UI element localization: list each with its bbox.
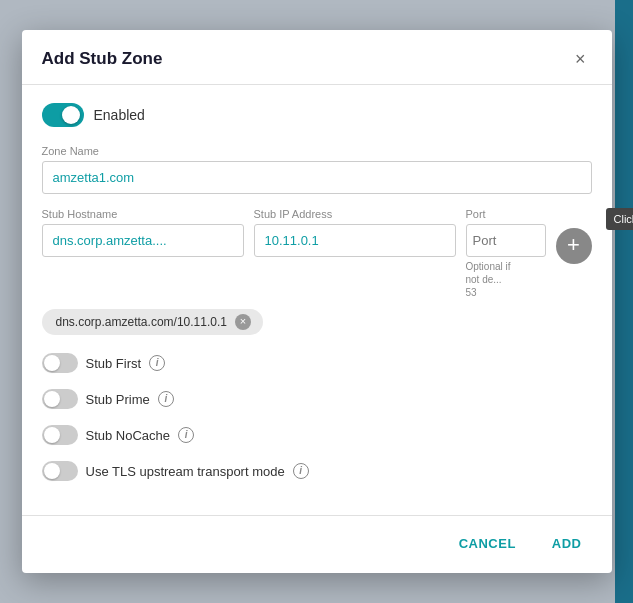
enabled-toggle[interactable]: [42, 103, 84, 127]
tag-remove-icon: ×: [240, 316, 246, 327]
add-stub-zone-dialog: Add Stub Zone × Enabled Zone Name Stub H…: [22, 30, 612, 573]
zone-name-field: Zone Name: [42, 145, 592, 194]
stub-nocache-info-icon[interactable]: i: [178, 427, 194, 443]
stub-first-info-icon[interactable]: i: [149, 355, 165, 371]
port-input[interactable]: [466, 224, 546, 257]
stub-ip-field: Stub IP Address: [254, 208, 456, 257]
stub-nocache-toggle[interactable]: [42, 425, 78, 445]
zone-name-label: Zone Name: [42, 145, 592, 157]
server-tag-text: dns.corp.amzetta.com/10.11.0.1: [56, 315, 227, 329]
stub-ip-label: Stub IP Address: [254, 208, 456, 220]
cancel-button[interactable]: CANCEL: [449, 530, 526, 557]
dialog-title: Add Stub Zone: [42, 49, 163, 69]
stub-prime-info-icon[interactable]: i: [158, 391, 174, 407]
close-button[interactable]: ×: [569, 48, 592, 70]
plus-icon: +: [567, 234, 580, 256]
enabled-row: Enabled: [42, 103, 592, 127]
use-tls-info-icon[interactable]: i: [293, 463, 309, 479]
stub-prime-row: Stub Prime i: [42, 389, 592, 409]
add-button[interactable]: ADD: [542, 530, 592, 557]
stub-prime-label: Stub Prime: [86, 392, 150, 407]
enabled-label: Enabled: [94, 107, 145, 123]
use-tls-toggle[interactable]: [42, 461, 78, 481]
zone-name-input[interactable]: [42, 161, 592, 194]
stub-nocache-row: Stub NoCache i: [42, 425, 592, 445]
dialog-body: Enabled Zone Name Stub Hostname Stub IP …: [22, 85, 612, 515]
add-server-button[interactable]: +: [556, 228, 592, 264]
stub-first-row: Stub First i: [42, 353, 592, 373]
server-tag: dns.corp.amzetta.com/10.11.0.1 ×: [42, 309, 263, 335]
stub-prime-toggle[interactable]: [42, 389, 78, 409]
stub-nocache-label: Stub NoCache: [86, 428, 171, 443]
use-tls-row: Use TLS upstream transport mode i: [42, 461, 592, 481]
tag-remove-button[interactable]: ×: [235, 314, 251, 330]
stub-first-toggle[interactable]: [42, 353, 78, 373]
stub-ip-input[interactable]: [254, 224, 456, 257]
server-row: Stub Hostname Stub IP Address Port Optio…: [42, 208, 592, 299]
stub-first-label: Stub First: [86, 356, 142, 371]
stub-hostname-input[interactable]: [42, 224, 244, 257]
dialog-header: Add Stub Zone ×: [22, 30, 612, 85]
port-hint: Optional ifnot de...53: [466, 260, 546, 299]
dialog-footer: CANCEL ADD: [22, 515, 612, 573]
add-server-tooltip-wrap: + Click add button to add server info: [556, 208, 592, 264]
stub-hostname-field: Stub Hostname: [42, 208, 244, 257]
port-group: Port Optional ifnot de...53: [466, 208, 546, 299]
stub-hostname-label: Stub Hostname: [42, 208, 244, 220]
use-tls-label: Use TLS upstream transport mode: [86, 464, 285, 479]
port-label: Port: [466, 208, 486, 220]
